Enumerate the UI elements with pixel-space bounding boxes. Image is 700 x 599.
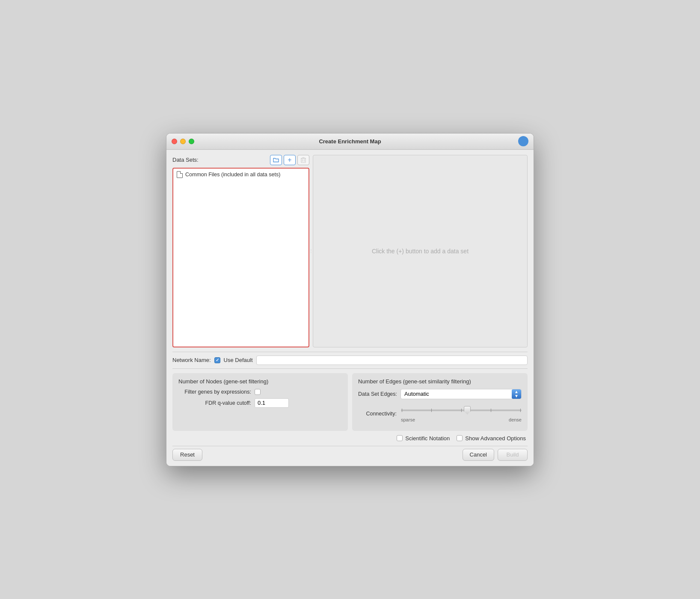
fdr-row: FDR q-value cutoff:: [178, 398, 342, 408]
tick-4: [491, 409, 491, 412]
build-button[interactable]: Build: [498, 449, 528, 461]
top-section: Data Sets: +: [172, 155, 528, 347]
close-button[interactable]: [172, 139, 177, 144]
delete-dataset-button[interactable]: [297, 155, 309, 165]
left-panel: Data Sets: +: [172, 155, 309, 347]
footer: Reset Cancel Build: [172, 446, 528, 461]
tick-5: [520, 409, 521, 412]
scientific-notation-checkbox[interactable]: [397, 435, 403, 441]
dropdown-arrow-icon: ▲▼: [512, 389, 521, 399]
window-title: Create Enrichment Map: [319, 138, 381, 145]
tick-2: [431, 409, 432, 412]
data-set-edges-label: Data Set Edges:: [358, 391, 397, 397]
connectivity-slider-wrapper: sparse dense: [401, 405, 522, 422]
data-sets-label: Data Sets:: [172, 157, 199, 163]
data-set-name: Common Files (included in all data sets): [185, 172, 280, 178]
bottom-panels: Number of Nodes (gene-set filtering) Fil…: [172, 373, 528, 431]
reset-button[interactable]: Reset: [172, 449, 202, 461]
scientific-notation-label: Scientific Notation: [405, 435, 450, 442]
network-name-input[interactable]: [256, 356, 528, 365]
cancel-button[interactable]: Cancel: [463, 449, 494, 461]
edges-panel: Number of Edges (gene-set similarity fil…: [352, 373, 528, 431]
fdr-label: FDR q-value cutoff:: [178, 400, 251, 406]
right-panel: Click the (+) button to add a data set: [313, 155, 528, 347]
show-advanced-label: Show Advanced Options: [465, 435, 526, 442]
scientific-notation-option: Scientific Notation: [397, 435, 450, 442]
app-icon: [518, 136, 528, 146]
maximize-button[interactable]: [189, 139, 194, 144]
footer-right: Cancel Build: [463, 449, 528, 461]
file-icon: [177, 171, 183, 178]
minimize-button[interactable]: [180, 139, 186, 144]
dense-label: dense: [509, 417, 522, 422]
tick-1: [402, 409, 402, 412]
main-content: Data Sets: +: [166, 150, 534, 466]
fdr-input[interactable]: [255, 398, 289, 408]
toolbar-buttons: +: [270, 155, 309, 165]
data-sets-header: Data Sets: +: [172, 155, 309, 165]
title-bar: Create Enrichment Map: [166, 133, 534, 150]
connectivity-row: Connectivity:: [358, 405, 522, 422]
sparse-label: sparse: [401, 417, 415, 422]
list-item[interactable]: Common Files (included in all data sets): [173, 169, 308, 181]
network-name-row: Network Name: Use Default: [172, 352, 528, 369]
nodes-filter-panel: Number of Nodes (gene-set filtering) Fil…: [172, 373, 348, 431]
use-default-checkbox[interactable]: [214, 357, 220, 363]
slider-labels: sparse dense: [401, 417, 522, 422]
folder-icon: [273, 157, 279, 163]
show-advanced-option: Show Advanced Options: [457, 435, 526, 442]
nodes-panel-title: Number of Nodes (gene-set filtering): [178, 378, 342, 385]
right-panel-hint: Click the (+) button to add a data set: [372, 248, 469, 255]
open-folder-button[interactable]: [270, 155, 282, 165]
svg-rect-0: [301, 158, 306, 163]
slider-track: [401, 409, 522, 411]
network-name-label: Network Name:: [172, 357, 211, 363]
show-advanced-checkbox[interactable]: [457, 435, 463, 441]
data-set-edges-value: Automatic: [401, 391, 510, 397]
options-row: Scientific Notation Show Advanced Option…: [172, 435, 528, 442]
connectivity-slider-container: [401, 405, 522, 415]
filter-genes-row: Filter genes by expressions:: [178, 389, 342, 395]
slider-thumb[interactable]: [464, 406, 471, 415]
panel-divider: ⋮: [309, 155, 313, 347]
use-default-label: Use Default: [224, 357, 253, 363]
data-set-edges-row: Data Set Edges: Automatic ▲▼: [358, 389, 522, 399]
add-dataset-button[interactable]: +: [284, 155, 296, 165]
filter-genes-checkbox[interactable]: [255, 389, 261, 395]
traffic-lights: [172, 139, 194, 144]
data-set-edges-select[interactable]: Automatic ▲▼: [400, 389, 522, 399]
main-window: Create Enrichment Map Data Sets: +: [166, 133, 534, 466]
connectivity-label: Connectivity:: [358, 411, 397, 417]
edges-panel-title: Number of Edges (gene-set similarity fil…: [358, 378, 522, 385]
trash-icon: [301, 157, 306, 163]
tick-3: [461, 409, 462, 412]
data-set-list[interactable]: Common Files (included in all data sets): [172, 168, 309, 347]
filter-genes-label: Filter genes by expressions:: [178, 389, 251, 395]
